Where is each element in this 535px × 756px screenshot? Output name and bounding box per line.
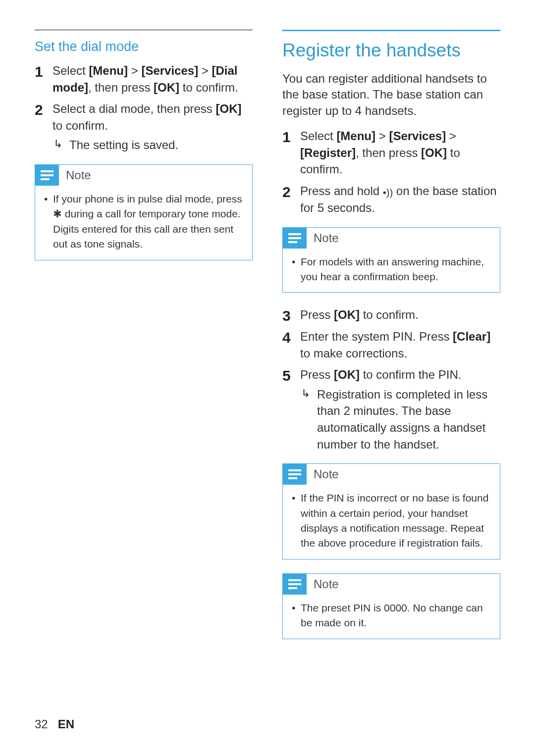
steps-register-b: Press [OK] to confirm. Enter the system … (282, 306, 500, 453)
note-header: Note (283, 574, 500, 595)
step-text: Press [OK] to confirm the PIN. (300, 368, 461, 381)
note-item: The preset PIN is 0000. No change can be… (292, 601, 491, 631)
note-body: The preset PIN is 0000. No change can be… (283, 595, 500, 639)
note-box: Note If your phone is in pulse dial mode… (35, 164, 253, 260)
heading-register-handsets: Register the handsets (282, 40, 500, 61)
page-number: 32 (35, 717, 48, 731)
heading-set-dial-mode: Set the dial mode (35, 39, 253, 54)
step-text: Select a dial mode, then press [OK] to c… (53, 102, 242, 132)
step-text: Select [Menu] > [Services] > [Dial mode]… (53, 64, 238, 94)
note-box: Note The preset PIN is 0000. No change c… (282, 573, 500, 639)
step: Press and hold •)) on the base station f… (282, 183, 500, 216)
note-header: Note (35, 165, 252, 186)
step: Select [Menu] > [Services] > [Register],… (282, 128, 500, 178)
note-icon (35, 165, 59, 186)
step: Select a dial mode, then press [OK] to c… (35, 101, 253, 153)
step-text: Press [OK] to confirm. (300, 308, 419, 321)
note-box: Note For models with an answering machin… (282, 227, 500, 293)
left-column: Set the dial mode Select [Menu] > [Servi… (35, 30, 253, 712)
right-column: Register the handsets You can register a… (282, 30, 500, 712)
step: Select [Menu] > [Services] > [Dial mode]… (35, 62, 253, 96)
steps-dial-mode: Select [Menu] > [Services] > [Dial mode]… (35, 62, 253, 153)
step: Press [OK] to confirm the PIN. Registrat… (282, 366, 500, 453)
note-box: Note If the PIN is incorrect or no base … (282, 463, 500, 559)
note-label: Note (314, 577, 339, 591)
note-label: Note (66, 168, 91, 182)
note-body: If the PIN is incorrect or no base is fo… (283, 485, 500, 559)
note-icon (283, 574, 307, 595)
step: Enter the system PIN. Press [Clear] to m… (282, 328, 500, 361)
note-label: Note (314, 231, 339, 245)
rule (35, 30, 253, 30)
note-icon (283, 464, 307, 485)
page-language: EN (58, 717, 74, 731)
note-body: For models with an answering machine, yo… (283, 249, 500, 293)
note-item: If your phone is in pulse dial mode, pre… (44, 192, 243, 252)
note-label: Note (314, 467, 339, 481)
note-item: If the PIN is incorrect or no base is fo… (292, 491, 491, 551)
note-item: For models with an answering machine, yo… (292, 254, 491, 285)
note-body: If your phone is in pulse dial mode, pre… (35, 186, 252, 260)
step-text: Select [Menu] > [Services] > [Register],… (300, 129, 460, 176)
manual-page: Set the dial mode Select [Menu] > [Servi… (0, 0, 535, 756)
step-text: Enter the system PIN. Press [Clear] to m… (300, 330, 490, 360)
note-header: Note (283, 464, 500, 485)
step-text: Press and hold •)) on the base station f… (300, 184, 497, 214)
rule-accent (282, 30, 500, 31)
intro-text: You can register additional handsets to … (282, 71, 500, 119)
step-result: The setting is saved. (53, 137, 253, 153)
two-column-layout: Set the dial mode Select [Menu] > [Servi… (35, 30, 500, 712)
step: Press [OK] to confirm. (282, 306, 500, 323)
page-footer: 32 EN (35, 717, 500, 731)
note-icon (283, 228, 307, 249)
step-result: Registration is completed in less than 2… (300, 386, 500, 453)
note-header: Note (283, 228, 500, 249)
steps-register-a: Select [Menu] > [Services] > [Register],… (282, 128, 500, 216)
